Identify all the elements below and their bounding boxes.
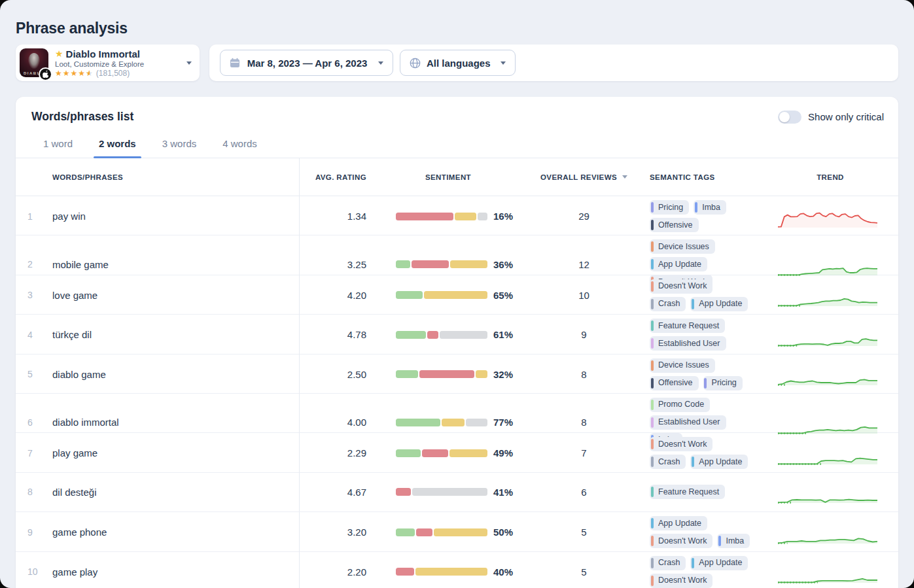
sentiment-bar	[396, 260, 487, 268]
sentiment-percent: 16%	[493, 211, 513, 222]
toggle-label: Show only critical	[808, 111, 884, 122]
row-avg-rating: 2.50	[300, 369, 373, 380]
sentiment-segment-yellow	[415, 568, 487, 576]
toggle-switch[interactable]	[778, 111, 801, 124]
table-row[interactable]: 1 pay win 1.34 16% 29 PricingImbaOffensi…	[16, 196, 898, 235]
row-semantic-tags: Doesn't WorkCrashApp Update	[644, 433, 762, 473]
table-row[interactable]: 10 game play 2.20 40% 5 CrashApp UpdateD…	[16, 552, 898, 588]
sentiment-segment-green	[396, 449, 421, 457]
row-phrase: pay win	[52, 196, 300, 236]
table-row[interactable]: 7 play game 2.29 49% 7 Doesn't WorkCrash…	[16, 433, 898, 472]
sentiment-bar	[396, 449, 487, 457]
semantic-tag-chip[interactable]: Imba	[694, 200, 726, 215]
sort-descending-icon	[622, 175, 627, 179]
semantic-tag-chip[interactable]: Pricing	[703, 376, 743, 390]
table-row[interactable]: 5 diablo game 2.50 32% 8 Device IssuesOf…	[16, 355, 898, 394]
semantic-tag-chip[interactable]: Doesn't Work	[650, 574, 712, 588]
sentiment-segment-green	[396, 370, 418, 378]
row-trend-sparkline	[762, 409, 898, 436]
sentiment-percent: 65%	[493, 290, 513, 301]
sentiment-segment-yellow	[455, 213, 476, 220]
semantic-tag-chip[interactable]: Doesn't Work	[650, 437, 712, 451]
semantic-tag-chip[interactable]: Promo Code	[650, 398, 710, 412]
sentiment-segment-green	[396, 331, 426, 339]
app-selector[interactable]: DIABLO ★ Diablo Immortal Loot, Customize…	[16, 44, 200, 81]
row-overall-reviews: 5	[523, 527, 644, 538]
word-count-tabs: 1 word2 words3 words4 words	[16, 138, 898, 158]
table-row[interactable]: 9 game phone 3.20 50% 5 App UpdateDoesn'…	[16, 512, 898, 551]
row-rank: 10	[16, 566, 52, 577]
words-phrases-panel: Words/phrases list Show only critical 1 …	[16, 97, 898, 588]
row-semantic-tags: Device IssuesOffensivePricing	[644, 355, 762, 394]
ratings-count: (181,508)	[96, 69, 130, 78]
column-header-reviews-sort[interactable]: OVERALL REVIEWS	[523, 173, 644, 181]
tab-1-word[interactable]: 1 word	[42, 138, 74, 158]
row-sentiment: 61%	[373, 329, 523, 340]
row-phrase: play game	[52, 433, 300, 473]
semantic-tag-chip[interactable]: Established User	[650, 415, 726, 430]
semantic-tag-chip[interactable]: App Update	[690, 297, 748, 311]
semantic-tag-chip[interactable]: Device Issues	[650, 239, 715, 254]
semantic-tag-chip[interactable]: Offensive	[650, 218, 699, 232]
table-row[interactable]: 8 dil desteği 4.67 41% 6 Feature Request	[16, 473, 898, 512]
row-semantic-tags: Feature RequestEstablished User	[644, 315, 762, 355]
semantic-tag-chip[interactable]: Doesn't Work	[650, 279, 712, 294]
semantic-tag-chip[interactable]: Imba	[717, 534, 750, 548]
semantic-tag-chip[interactable]: Doesn't Work	[650, 534, 712, 548]
semantic-tag-chip[interactable]: Pricing	[650, 200, 689, 215]
semantic-tag-chip[interactable]: Crash	[650, 556, 686, 570]
row-overall-reviews: 9	[523, 329, 644, 340]
sentiment-segment-red	[422, 449, 448, 457]
row-rank: 6	[16, 417, 52, 428]
semantic-tag-chip[interactable]: Device Issues	[650, 358, 715, 373]
semantic-tag-chip[interactable]: Established User	[650, 336, 726, 351]
sentiment-segment-yellow	[424, 291, 487, 299]
sentiment-segment-green	[396, 528, 415, 536]
semantic-tag-chip[interactable]: Offensive	[650, 376, 699, 390]
row-phrase: game play	[52, 552, 300, 588]
tab-4-words[interactable]: 4 words	[221, 138, 258, 158]
sentiment-bar	[396, 488, 487, 496]
table-row[interactable]: 6 diablo immortal 4.00 77% 8 Promo CodeE…	[16, 394, 898, 433]
language-selector[interactable]: All languages	[400, 50, 516, 76]
sentiment-segment-green	[396, 260, 410, 268]
semantic-tag-chip[interactable]: App Update	[690, 556, 748, 570]
sentiment-segment-red	[427, 331, 438, 339]
tab-3-words[interactable]: 3 words	[161, 138, 198, 158]
column-header-reviews-label: OVERALL REVIEWS	[540, 173, 617, 181]
semantic-tag-chip[interactable]: Feature Request	[650, 485, 725, 499]
date-range-value: Mar 8, 2023 — Apr 6, 2023	[247, 58, 368, 69]
table-body: 1 pay win 1.34 16% 29 PricingImbaOffensi…	[16, 196, 898, 588]
sentiment-segment-yellow	[476, 370, 487, 378]
semantic-tag-chip[interactable]: Crash	[650, 297, 686, 311]
globe-icon	[410, 58, 421, 69]
semantic-tag-chip[interactable]: App Update	[650, 257, 707, 271]
semantic-tag-chip[interactable]: Crash	[650, 455, 686, 469]
sentiment-segment-yellow	[434, 528, 487, 536]
show-only-critical-toggle[interactable]: Show only critical	[778, 111, 884, 124]
row-trend-sparkline	[762, 519, 898, 546]
app-name: Diablo Immortal	[66, 48, 140, 60]
sentiment-bar	[396, 568, 487, 576]
column-header-trend: TREND	[762, 173, 898, 181]
table-row[interactable]: 4 türkçe dil 4.78 61% 9 Feature RequestE…	[16, 315, 898, 354]
semantic-tag-chip[interactable]: App Update	[690, 455, 748, 469]
tab-2-words[interactable]: 2 words	[97, 138, 137, 158]
row-avg-rating: 3.20	[300, 527, 373, 538]
table-row[interactable]: 3 love game 4.20 65% 10 Doesn't WorkCras…	[16, 275, 898, 315]
row-overall-reviews: 10	[523, 290, 644, 301]
sentiment-bar	[396, 370, 487, 378]
semantic-tag-chip[interactable]: App Update	[650, 516, 707, 530]
row-semantic-tags: CrashApp UpdateDoesn't Work	[644, 552, 762, 588]
row-trend-sparkline	[762, 360, 898, 388]
date-range-picker[interactable]: Mar 8, 2023 — Apr 6, 2023	[220, 50, 393, 76]
sentiment-percent: 41%	[493, 487, 513, 498]
row-sentiment: 77%	[373, 417, 523, 428]
row-rank: 2	[16, 259, 52, 269]
sentiment-bar	[396, 331, 487, 339]
row-overall-reviews: 8	[523, 369, 644, 380]
semantic-tag-chip[interactable]: Feature Request	[650, 319, 725, 333]
row-rank: 3	[16, 290, 52, 300]
page-title: Phrase analysis	[16, 20, 128, 37]
table-row[interactable]: 2 mobile game 3.25 36% 12 Device IssuesA…	[16, 235, 898, 275]
